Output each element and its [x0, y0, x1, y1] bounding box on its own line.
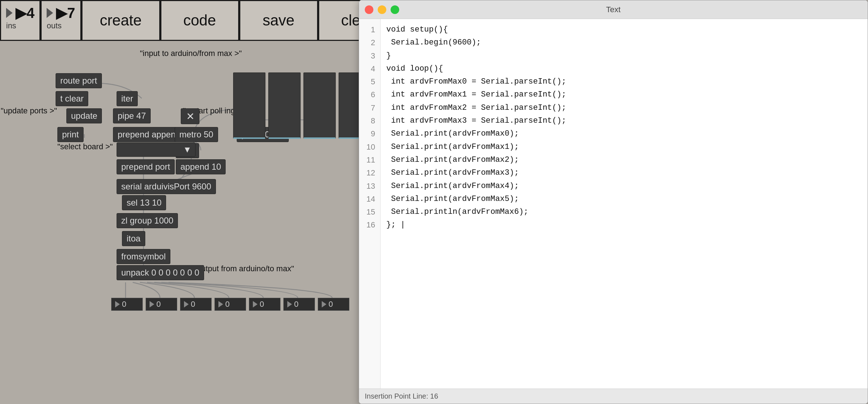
obj-fromsymbol[interactable]: fromsymbol: [117, 249, 170, 264]
numbox-play-icon-3: [184, 301, 189, 307]
line-num-6: 6: [371, 88, 377, 101]
titlebar: Text: [359, 0, 868, 19]
obj-prepend-port[interactable]: prepend port: [117, 159, 175, 174]
display-box-3: [303, 72, 336, 139]
outs-count: ▶7: [56, 5, 75, 21]
text-editor-window: Text 1 2 3 4 5 6 7 8 9 10 11 12 13 14 15…: [359, 0, 868, 404]
obj-dropdown[interactable]: ▼: [117, 142, 195, 157]
numbox-2[interactable]: 0: [146, 298, 177, 311]
window-title: Text: [606, 5, 621, 14]
line-num-14: 14: [367, 193, 377, 206]
ins-count: ▶4: [15, 5, 34, 21]
patch-canvas: "input to arduino/from max >" "update po…: [0, 41, 359, 404]
comment-update-ports: "update ports >": [1, 106, 57, 116]
minimize-button[interactable]: [378, 5, 386, 14]
line-numbers: 1 2 3 4 5 6 7 8 9 10 11 12 13 14 15 16: [359, 19, 381, 389]
display-box-2: [268, 72, 301, 139]
line-num-12: 12: [367, 166, 377, 179]
comment-select-board: "select board >": [57, 142, 113, 151]
obj-append10[interactable]: append 10: [176, 159, 226, 174]
editor-body: 1 2 3 4 5 6 7 8 9 10 11 12 13 14 15 16 v…: [359, 19, 868, 389]
close-button[interactable]: [365, 5, 373, 14]
numbox-4[interactable]: 0: [214, 298, 246, 311]
comment-input: "input to arduino/from max >": [140, 49, 242, 58]
numbox-play-icon-7: [322, 301, 326, 307]
line-num-3: 3: [371, 50, 377, 62]
numbox-7[interactable]: 0: [318, 298, 349, 311]
obj-route-port[interactable]: route port: [56, 73, 102, 88]
numbox-play-icon-6: [287, 301, 292, 307]
line-num-7: 7: [371, 102, 377, 114]
numbox-5[interactable]: 0: [249, 298, 280, 311]
numbox-6[interactable]: 0: [283, 298, 315, 311]
line-num-11: 11: [367, 154, 377, 166]
line-num-15: 15: [367, 206, 377, 219]
code-editor[interactable]: void setup(){ Serial.begin(9600); } void…: [381, 19, 868, 389]
obj-pipe47[interactable]: pipe 47: [113, 108, 151, 123]
numbox-3[interactable]: 0: [180, 298, 212, 311]
ins-button[interactable]: ▶4 ins: [0, 0, 41, 41]
outs-label: outs: [47, 21, 62, 30]
line-num-2: 2: [371, 36, 377, 49]
numbox-1[interactable]: 0: [111, 298, 143, 311]
obj-toggle[interactable]: ✕: [181, 108, 199, 124]
obj-t-clear[interactable]: t clear: [56, 91, 88, 106]
obj-unpack[interactable]: unpack 0 0 0 0 0 0 0: [117, 265, 204, 280]
obj-print[interactable]: print: [57, 127, 84, 142]
create-button[interactable]: create: [81, 0, 160, 41]
window-controls: [365, 5, 399, 14]
line-num-10: 10: [367, 141, 377, 154]
numbox-play-icon-2: [150, 301, 154, 307]
save-button[interactable]: save: [239, 0, 318, 41]
toolbar: ▶4 ins ▶7 outs create code save clear: [0, 0, 397, 41]
numbox-play-icon-1: [115, 301, 120, 307]
insertion-point-label: Insertion Point Line: 16: [365, 392, 438, 400]
line-num-16: 16: [367, 219, 377, 231]
obj-zlgroup[interactable]: zl group 1000: [117, 213, 178, 228]
line-num-8: 8: [371, 114, 377, 127]
maximize-button[interactable]: [391, 5, 399, 14]
line-num-13: 13: [367, 180, 377, 193]
code-button[interactable]: code: [160, 0, 239, 41]
display-box-1: [233, 72, 265, 139]
numbox-play-icon-5: [253, 301, 258, 307]
line-num-1: 1: [371, 23, 377, 36]
obj-itoa[interactable]: itoa: [122, 231, 145, 246]
line-num-4: 4: [371, 62, 377, 75]
obj-update[interactable]: update: [66, 108, 102, 123]
obj-metro50[interactable]: metro 50: [175, 127, 218, 142]
ins-label: ins: [6, 21, 16, 30]
obj-prepend-append[interactable]: prepend append: [113, 127, 185, 142]
outs-button[interactable]: ▶7 outs: [41, 0, 81, 41]
numbox-play-icon-4: [218, 301, 223, 307]
line-num-5: 5: [371, 75, 377, 88]
editor-footer: Insertion Point Line: 16: [359, 389, 868, 404]
obj-serial[interactable]: serial arduivisPort 9600: [117, 179, 216, 194]
comment-output: < output from arduino/to max": [190, 264, 294, 273]
obj-iter[interactable]: iter: [117, 91, 138, 106]
obj-sel1310[interactable]: sel 13 10: [122, 195, 166, 210]
line-num-9: 9: [371, 127, 377, 140]
